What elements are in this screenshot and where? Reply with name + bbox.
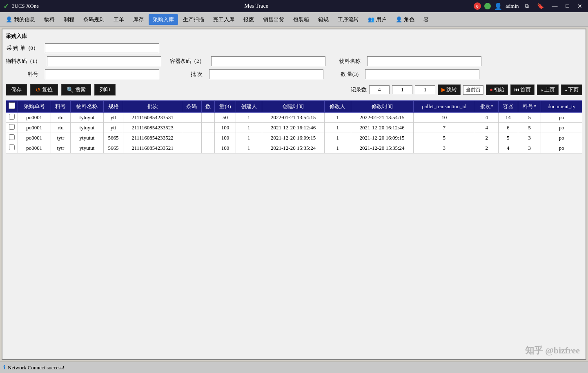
sidebar-item-material[interactable]: 物料 bbox=[40, 14, 59, 25]
current-page-button[interactable]: 当前页 bbox=[463, 85, 483, 95]
cell-modifier-0: 1 bbox=[325, 113, 351, 123]
cell-doc-type-2: po bbox=[541, 133, 582, 143]
row-checkbox-cell-1 bbox=[6, 123, 18, 133]
my-info-label: 我的信息 bbox=[14, 16, 35, 23]
row-checkbox-2[interactable] bbox=[9, 134, 15, 140]
work-order-label: 工单 bbox=[114, 16, 124, 23]
minimize-button[interactable]: — bbox=[550, 2, 560, 10]
sidebar-item-work-order[interactable]: 工单 bbox=[109, 14, 128, 25]
sidebar-item-report[interactable]: 报废 bbox=[239, 14, 258, 25]
record-count-input[interactable] bbox=[369, 85, 390, 94]
page-input-2[interactable] bbox=[415, 85, 435, 94]
cell-po-number-2: po0001 bbox=[18, 133, 51, 143]
sidebar-item-finish-in[interactable]: 完工入库 bbox=[209, 14, 238, 25]
sidebar-item-pack-box[interactable]: 包装箱 bbox=[289, 14, 313, 25]
container-barcode-input[interactable] bbox=[211, 56, 325, 66]
print-button[interactable]: 列印 bbox=[94, 84, 116, 95]
search-button[interactable]: 🔍 搜索 bbox=[61, 84, 91, 95]
cell-creator-2: 1 bbox=[236, 133, 262, 143]
batch-input[interactable] bbox=[209, 69, 323, 79]
sidebar-item-my-info[interactable]: 👤 我的信息 bbox=[2, 14, 39, 25]
cell-creator-0: 1 bbox=[236, 113, 262, 123]
row-checkbox-0[interactable] bbox=[9, 114, 15, 120]
sidebar-item-process-flow[interactable]: 工序流转 bbox=[334, 14, 363, 25]
sidebar-item-user[interactable]: 👥 用户 bbox=[364, 14, 391, 25]
cell-part-no-2: tytr bbox=[51, 133, 70, 143]
sidebar-item-production-scan[interactable]: 生产扫描 bbox=[179, 14, 208, 25]
window-title: Mes Trace bbox=[39, 3, 474, 9]
app-name: 3UCS XOne bbox=[12, 3, 39, 9]
cell-pallet-id-2: 5 bbox=[413, 133, 475, 143]
nav-prev-button[interactable]: « 上页 bbox=[537, 84, 559, 95]
restore-button[interactable]: □ bbox=[564, 2, 572, 10]
purchase-order-input[interactable] bbox=[45, 43, 159, 53]
row-checkbox-1[interactable] bbox=[9, 124, 15, 130]
sidebar-item-container[interactable]: 容 bbox=[419, 14, 433, 25]
purchase-order-label: 采 购 单（0） bbox=[6, 44, 38, 52]
cell-creator-3: 1 bbox=[236, 143, 262, 153]
row-checkbox-3[interactable] bbox=[9, 144, 15, 150]
process-flow-label: 工序流转 bbox=[338, 16, 359, 23]
table-header-row: 采购单号 料号 物料名称 规格 批次 条码 数 量(3) 创建人 创建时间 修改… bbox=[6, 101, 582, 113]
sidebar-item-inventory[interactable]: 库存 bbox=[129, 14, 148, 25]
jump-button[interactable]: ▶ 跳转 bbox=[438, 84, 461, 95]
nav-first-button[interactable]: ⏮ 首页 bbox=[510, 84, 535, 95]
jump-label: 跳转 bbox=[446, 86, 457, 93]
cell-modify-time-3: 2021-12-20 15:35:24 bbox=[351, 143, 413, 153]
save-button[interactable]: 保存 bbox=[6, 84, 27, 95]
cell-create-time-2: 2021-12-20 16:09:15 bbox=[262, 133, 325, 143]
sidebar-item-role[interactable]: 👤 角色 bbox=[392, 14, 419, 25]
header-creator: 创建人 bbox=[236, 101, 262, 113]
close-button[interactable]: ✕ bbox=[575, 2, 585, 11]
nav-prev-icon: « bbox=[541, 87, 543, 93]
user-avatar-icon: 👤 bbox=[494, 2, 502, 10]
status-icon: ℹ bbox=[3, 364, 5, 371]
cell-part-no2-3: 3 bbox=[518, 143, 541, 153]
nav-next-label: 下页 bbox=[568, 86, 579, 93]
batch-label: 批 次 bbox=[166, 71, 203, 78]
save-label: 保存 bbox=[11, 86, 22, 93]
cell-modifier-1: 1 bbox=[325, 123, 351, 133]
cell-material-name-3: ytyutut bbox=[71, 143, 104, 153]
reset-icon: ↺ bbox=[36, 87, 40, 93]
header-create-time: 创建时间 bbox=[262, 101, 325, 113]
header-doc-type: document_ty bbox=[541, 101, 582, 113]
cell-qty3-3: 100 bbox=[215, 143, 236, 153]
bookmark-button[interactable]: 🔖 bbox=[535, 2, 546, 11]
cell-creator-1: 1 bbox=[236, 123, 262, 133]
user-label: 用户 bbox=[376, 16, 387, 23]
toolbar: 保存 ↺ 复位 🔍 搜索 列印 记录数 ▶ 跳转 当前页 ● 初始 bbox=[6, 82, 582, 97]
sidebar-item-process[interactable]: 制程 bbox=[60, 14, 78, 25]
sidebar-item-sales-out[interactable]: 销售出货 bbox=[259, 14, 288, 25]
cell-material-name-0: tytuyut bbox=[71, 113, 104, 123]
reset-button[interactable]: ↺ 复位 bbox=[30, 84, 58, 95]
form-area: 采 购 单（0） 物料条码（1） 容器条码（2） 物料名称 料号 批 次 数 量… bbox=[6, 43, 582, 79]
cell-part-no-0: rtu bbox=[51, 113, 70, 123]
part-number-input[interactable] bbox=[45, 69, 159, 79]
nav-next-button[interactable]: » 下页 bbox=[561, 84, 583, 95]
header-part-no2: 料号* bbox=[518, 101, 541, 113]
sidebar-item-barcode-rules[interactable]: 条码规则 bbox=[79, 14, 109, 25]
sidebar-item-box-rules[interactable]: 箱规 bbox=[314, 14, 333, 25]
header-container: 容器 bbox=[498, 101, 518, 113]
cell-container-0: 14 bbox=[498, 113, 518, 123]
material-name-input[interactable] bbox=[367, 56, 481, 66]
cell-barcode-1 bbox=[182, 123, 201, 133]
cell-modify-time-2: 2021-12-20 16:09:15 bbox=[351, 133, 413, 143]
report-label: 报废 bbox=[243, 16, 254, 23]
sidebar-item-purchase-in[interactable]: 采购入库 bbox=[149, 14, 178, 25]
cell-part-no-1: rtu bbox=[51, 123, 70, 133]
my-info-icon: 👤 bbox=[6, 16, 12, 23]
header-checkbox[interactable] bbox=[9, 102, 15, 109]
cell-doc-type-1: po bbox=[541, 123, 582, 133]
nav-start-dot-icon: ● bbox=[490, 87, 493, 93]
material-barcode-input[interactable] bbox=[47, 56, 161, 66]
status-bar: ℹ Network Connect success! bbox=[0, 362, 588, 373]
monitor-button[interactable]: ⧉ bbox=[522, 2, 531, 10]
notification-badge[interactable]: 0 bbox=[474, 2, 481, 10]
nav-start-button[interactable]: ● 初始 bbox=[486, 84, 508, 95]
quantity-input[interactable] bbox=[365, 69, 479, 79]
page-input-1[interactable] bbox=[392, 85, 412, 94]
cell-po-number-3: po0001 bbox=[18, 143, 51, 153]
header-checkbox-cell bbox=[6, 101, 18, 113]
